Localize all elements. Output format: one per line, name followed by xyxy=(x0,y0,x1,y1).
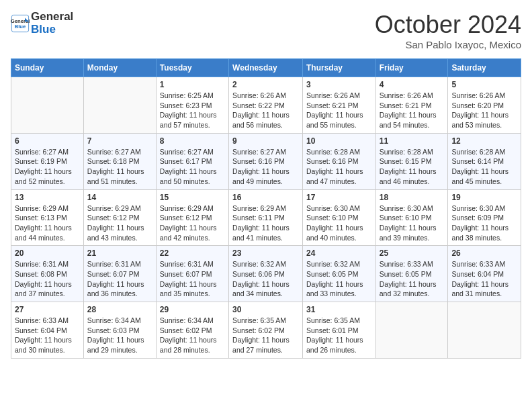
logo: General Blue General Blue xyxy=(11,11,73,36)
col-header-monday: Monday xyxy=(83,59,156,77)
day-number: 12 xyxy=(451,136,517,146)
day-number: 16 xyxy=(232,193,299,202)
day-info: Sunrise: 6:26 AM Sunset: 6:22 PM Dayligh… xyxy=(232,91,299,130)
calendar-table: SundayMondayTuesdayWednesdayThursdayFrid… xyxy=(11,58,521,359)
col-header-sunday: Sunday xyxy=(11,59,84,77)
day-info: Sunrise: 6:29 AM Sunset: 6:11 PM Dayligh… xyxy=(232,203,299,243)
day-info: Sunrise: 6:26 AM Sunset: 6:21 PM Dayligh… xyxy=(380,91,445,130)
day-number: 27 xyxy=(15,305,80,314)
day-info: Sunrise: 6:28 AM Sunset: 6:14 PM Dayligh… xyxy=(451,147,517,187)
calendar-cell: 3Sunrise: 6:26 AM Sunset: 6:21 PM Daylig… xyxy=(302,77,375,134)
calendar-cell: 8Sunrise: 6:27 AM Sunset: 6:17 PM Daylig… xyxy=(156,133,228,189)
calendar-cell xyxy=(375,302,448,359)
calendar-cell: 26Sunrise: 6:33 AM Sunset: 6:04 PM Dayli… xyxy=(448,246,521,302)
day-number: 14 xyxy=(87,193,152,202)
day-number: 23 xyxy=(232,248,299,258)
col-header-friday: Friday xyxy=(375,59,448,77)
day-info: Sunrise: 6:30 AM Sunset: 6:10 PM Dayligh… xyxy=(380,203,445,243)
title-block: October 2024 San Pablo Ixayoc, Mexico xyxy=(375,11,521,50)
logo-text-line1: General xyxy=(31,11,73,24)
calendar-cell: 25Sunrise: 6:33 AM Sunset: 6:05 PM Dayli… xyxy=(375,246,448,302)
day-info: Sunrise: 6:27 AM Sunset: 6:19 PM Dayligh… xyxy=(15,147,80,187)
day-info: Sunrise: 6:33 AM Sunset: 6:05 PM Dayligh… xyxy=(380,259,445,299)
day-number: 22 xyxy=(160,248,225,258)
calendar-cell: 31Sunrise: 6:35 AM Sunset: 6:01 PM Dayli… xyxy=(302,302,375,359)
day-number: 7 xyxy=(87,136,152,146)
day-number: 13 xyxy=(15,193,80,202)
calendar-cell: 10Sunrise: 6:28 AM Sunset: 6:16 PM Dayli… xyxy=(302,133,375,189)
day-number: 19 xyxy=(451,193,517,202)
day-number: 2 xyxy=(232,80,299,89)
day-info: Sunrise: 6:33 AM Sunset: 6:04 PM Dayligh… xyxy=(451,259,517,299)
day-number: 28 xyxy=(87,305,152,314)
svg-text:Blue: Blue xyxy=(15,24,26,30)
day-number: 15 xyxy=(160,193,225,202)
calendar-cell: 14Sunrise: 6:29 AM Sunset: 6:12 PM Dayli… xyxy=(83,189,156,246)
day-info: Sunrise: 6:34 AM Sunset: 6:03 PM Dayligh… xyxy=(87,316,152,355)
day-info: Sunrise: 6:27 AM Sunset: 6:17 PM Dayligh… xyxy=(160,147,225,187)
day-info: Sunrise: 6:28 AM Sunset: 6:16 PM Dayligh… xyxy=(306,147,372,187)
day-number: 4 xyxy=(380,80,445,89)
col-header-thursday: Thursday xyxy=(302,59,375,77)
day-info: Sunrise: 6:27 AM Sunset: 6:18 PM Dayligh… xyxy=(87,147,152,187)
day-info: Sunrise: 6:26 AM Sunset: 6:20 PM Dayligh… xyxy=(451,91,517,130)
calendar-cell: 6Sunrise: 6:27 AM Sunset: 6:19 PM Daylig… xyxy=(11,133,84,189)
day-number: 29 xyxy=(160,305,225,314)
calendar-week-row: 1Sunrise: 6:25 AM Sunset: 6:23 PM Daylig… xyxy=(11,77,521,134)
day-number: 5 xyxy=(451,80,517,89)
calendar-week-row: 13Sunrise: 6:29 AM Sunset: 6:13 PM Dayli… xyxy=(11,189,521,246)
day-info: Sunrise: 6:31 AM Sunset: 6:07 PM Dayligh… xyxy=(160,259,225,299)
calendar-cell: 15Sunrise: 6:29 AM Sunset: 6:12 PM Dayli… xyxy=(156,189,228,246)
day-number: 17 xyxy=(306,193,372,202)
day-info: Sunrise: 6:29 AM Sunset: 6:13 PM Dayligh… xyxy=(15,203,80,243)
calendar-cell xyxy=(448,302,521,359)
calendar-cell: 2Sunrise: 6:26 AM Sunset: 6:22 PM Daylig… xyxy=(229,77,303,134)
day-number: 21 xyxy=(87,248,152,258)
day-number: 11 xyxy=(380,136,445,146)
logo-icon: General Blue xyxy=(11,14,30,33)
calendar-cell: 23Sunrise: 6:32 AM Sunset: 6:06 PM Dayli… xyxy=(229,246,303,302)
day-number: 10 xyxy=(306,136,372,146)
day-number: 18 xyxy=(380,193,445,202)
day-info: Sunrise: 6:26 AM Sunset: 6:21 PM Dayligh… xyxy=(306,91,372,130)
day-number: 3 xyxy=(306,80,372,89)
day-info: Sunrise: 6:29 AM Sunset: 6:12 PM Dayligh… xyxy=(87,203,152,243)
day-info: Sunrise: 6:25 AM Sunset: 6:23 PM Dayligh… xyxy=(160,91,225,130)
calendar-cell: 21Sunrise: 6:31 AM Sunset: 6:07 PM Dayli… xyxy=(83,246,156,302)
day-number: 30 xyxy=(232,305,299,314)
col-header-saturday: Saturday xyxy=(448,59,521,77)
page-header: General Blue General Blue October 2024 S… xyxy=(11,11,521,50)
calendar-cell: 13Sunrise: 6:29 AM Sunset: 6:13 PM Dayli… xyxy=(11,189,84,246)
month-title: October 2024 xyxy=(375,11,521,39)
day-number: 24 xyxy=(306,248,372,258)
calendar-cell xyxy=(11,77,84,134)
calendar-cell: 24Sunrise: 6:32 AM Sunset: 6:05 PM Dayli… xyxy=(302,246,375,302)
calendar-cell: 20Sunrise: 6:31 AM Sunset: 6:08 PM Dayli… xyxy=(11,246,84,302)
day-number: 25 xyxy=(380,248,445,258)
calendar-cell: 27Sunrise: 6:33 AM Sunset: 6:04 PM Dayli… xyxy=(11,302,84,359)
calendar-cell: 29Sunrise: 6:34 AM Sunset: 6:02 PM Dayli… xyxy=(156,302,228,359)
calendar-cell: 5Sunrise: 6:26 AM Sunset: 6:20 PM Daylig… xyxy=(448,77,521,134)
calendar-week-row: 6Sunrise: 6:27 AM Sunset: 6:19 PM Daylig… xyxy=(11,133,521,189)
calendar-cell: 19Sunrise: 6:30 AM Sunset: 6:09 PM Dayli… xyxy=(448,189,521,246)
logo-text-line2: Blue xyxy=(31,24,73,36)
day-info: Sunrise: 6:32 AM Sunset: 6:05 PM Dayligh… xyxy=(306,259,372,299)
day-number: 26 xyxy=(451,248,517,258)
calendar-cell: 16Sunrise: 6:29 AM Sunset: 6:11 PM Dayli… xyxy=(229,189,303,246)
calendar-cell: 18Sunrise: 6:30 AM Sunset: 6:10 PM Dayli… xyxy=(375,189,448,246)
calendar-cell: 1Sunrise: 6:25 AM Sunset: 6:23 PM Daylig… xyxy=(156,77,228,134)
calendar-week-row: 27Sunrise: 6:33 AM Sunset: 6:04 PM Dayli… xyxy=(11,302,521,359)
calendar-cell xyxy=(83,77,156,134)
calendar-cell: 28Sunrise: 6:34 AM Sunset: 6:03 PM Dayli… xyxy=(83,302,156,359)
calendar-cell: 11Sunrise: 6:28 AM Sunset: 6:15 PM Dayli… xyxy=(375,133,448,189)
day-info: Sunrise: 6:35 AM Sunset: 6:02 PM Dayligh… xyxy=(232,316,299,355)
day-info: Sunrise: 6:30 AM Sunset: 6:10 PM Dayligh… xyxy=(306,203,372,243)
day-number: 31 xyxy=(306,305,372,314)
day-info: Sunrise: 6:28 AM Sunset: 6:15 PM Dayligh… xyxy=(380,147,445,187)
day-info: Sunrise: 6:27 AM Sunset: 6:16 PM Dayligh… xyxy=(232,147,299,187)
calendar-cell: 4Sunrise: 6:26 AM Sunset: 6:21 PM Daylig… xyxy=(375,77,448,134)
day-info: Sunrise: 6:32 AM Sunset: 6:06 PM Dayligh… xyxy=(232,259,299,299)
calendar-cell: 17Sunrise: 6:30 AM Sunset: 6:10 PM Dayli… xyxy=(302,189,375,246)
calendar-cell: 9Sunrise: 6:27 AM Sunset: 6:16 PM Daylig… xyxy=(229,133,303,189)
day-number: 20 xyxy=(15,248,80,258)
